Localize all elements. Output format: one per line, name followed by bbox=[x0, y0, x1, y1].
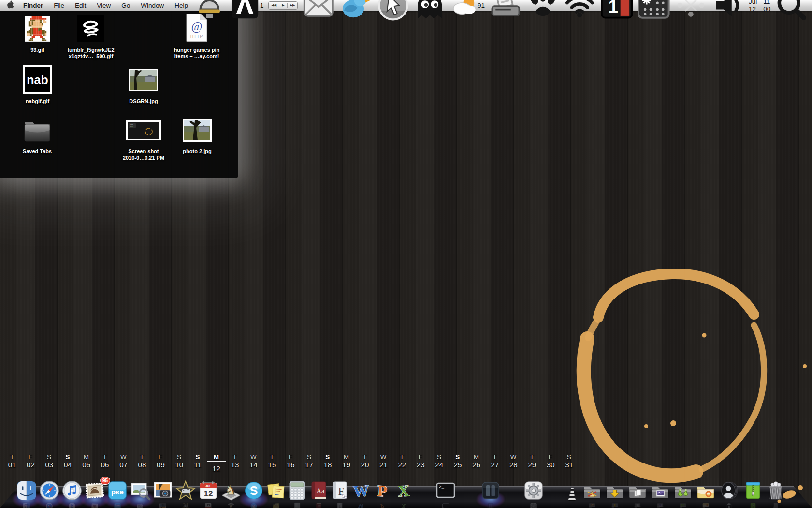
playback-controls[interactable]: ◀◀▶▶▶ bbox=[268, 1, 298, 10]
weekday-letter: W bbox=[374, 453, 393, 461]
wifi-icon[interactable] bbox=[564, 0, 596, 11]
playback-icon[interactable]: ◀◀▶▶▶ bbox=[268, 0, 298, 11]
scanner-icon[interactable] bbox=[490, 0, 522, 11]
mail-unread-icon[interactable] bbox=[303, 0, 335, 11]
desktop-icon-tumblr-gif[interactable] bbox=[77, 15, 104, 42]
weekday-letter: M bbox=[337, 453, 356, 461]
dock-item-potions-folder[interactable] bbox=[672, 480, 695, 501]
dock-item-pictures-stack[interactable] bbox=[650, 480, 672, 501]
menu-edit[interactable]: Edit bbox=[70, 2, 91, 9]
itunes-reflection bbox=[61, 502, 83, 508]
day-number: 01 bbox=[2, 461, 22, 469]
svg-text:nab: nab bbox=[27, 73, 48, 87]
scanner-glyph bbox=[490, 0, 522, 18]
desktop-icon-dsgrn[interactable] bbox=[129, 69, 158, 91]
svg-text:1: 1 bbox=[608, 0, 618, 16]
play-icon[interactable]: ▶ bbox=[279, 3, 287, 8]
dock-item-terminal[interactable]: >_>_ bbox=[435, 480, 457, 501]
svg-text:S: S bbox=[252, 504, 255, 508]
dock-item-dictionary[interactable]: AaAa bbox=[308, 480, 330, 501]
status-icon-area: 1◀◀▶▶▶911Jul 1211 00 bbox=[193, 0, 812, 11]
menu-help[interactable]: Help bbox=[169, 2, 193, 9]
dock-item-archive-app[interactable] bbox=[742, 480, 765, 501]
safari-icon bbox=[39, 480, 60, 501]
spotlight-icon[interactable] bbox=[775, 0, 808, 11]
photo-2-thumbnail bbox=[183, 119, 212, 142]
prev-icon[interactable]: ◀◀ bbox=[269, 3, 279, 8]
dock-item-skype[interactable]: SS bbox=[243, 480, 265, 501]
archive-app-reflection bbox=[742, 502, 764, 508]
clock-icon[interactable]: Jul 1211 00 bbox=[749, 0, 770, 11]
word-reflection: W bbox=[350, 502, 372, 508]
ghost-icon[interactable] bbox=[414, 0, 446, 11]
grid-pad-icon[interactable] bbox=[638, 0, 670, 11]
next-icon[interactable]: ▶▶ bbox=[288, 3, 298, 8]
dock-item-stickies[interactable] bbox=[265, 480, 288, 501]
day-number: 09 bbox=[151, 461, 170, 469]
dock-item-columns-app[interactable] bbox=[480, 480, 502, 501]
terminal-icon: >_ bbox=[435, 480, 456, 501]
app-menu[interactable]: Finder bbox=[18, 2, 48, 9]
desktop-icon-nabgif[interactable]: nab bbox=[23, 65, 52, 94]
desktop-icon-93-gif[interactable] bbox=[25, 16, 50, 42]
desktop-icon-screenshot[interactable] bbox=[126, 120, 161, 140]
dock-item-preview[interactable] bbox=[130, 480, 152, 501]
menu-view[interactable]: View bbox=[91, 2, 116, 9]
day-number: 26 bbox=[467, 461, 486, 469]
pictures-stack-reflection bbox=[650, 502, 671, 508]
weekday-letter: T bbox=[355, 453, 375, 461]
grid-pad-glyph bbox=[638, 0, 670, 19]
desktop-icon-photo-2[interactable] bbox=[183, 119, 212, 142]
weekday-letter: S bbox=[58, 453, 77, 461]
desktop-icon-saved-tabs[interactable] bbox=[22, 118, 52, 143]
apple-menu[interactable] bbox=[0, 0, 18, 10]
space-number-icon[interactable]: 1 bbox=[601, 0, 633, 11]
dock-item-applications-stack[interactable] bbox=[581, 480, 604, 501]
calendar-day-19: M19 bbox=[337, 453, 356, 469]
weekday-letter: F bbox=[281, 453, 300, 461]
dock-separator[interactable] bbox=[568, 480, 579, 504]
weather-icon[interactable]: 91 bbox=[451, 0, 485, 11]
calendar-day-16: F16 bbox=[281, 453, 300, 469]
apple-logo-icon bbox=[7, 0, 14, 10]
adobe-icon[interactable]: 1 bbox=[231, 0, 264, 11]
iphoto-reflection bbox=[152, 502, 174, 508]
dock-item-word[interactable]: WW bbox=[350, 480, 373, 501]
dock-item-downloads-stack[interactable] bbox=[604, 480, 626, 501]
dock-item-imovie[interactable] bbox=[175, 480, 197, 501]
pointer-locator-icon[interactable] bbox=[377, 0, 409, 11]
dock-item-system-preferences[interactable] bbox=[523, 480, 545, 501]
dock-item-office-folder[interactable] bbox=[695, 480, 717, 501]
dock-item-trash[interactable] bbox=[765, 480, 787, 501]
dock-item-contacts[interactable] bbox=[719, 480, 741, 501]
day-number: 21 bbox=[374, 461, 393, 469]
trash-icon bbox=[765, 480, 786, 501]
menu-go[interactable]: Go bbox=[116, 2, 135, 9]
svg-text:P: P bbox=[377, 482, 388, 500]
dock-item-powerpoint[interactable]: PP bbox=[372, 480, 394, 501]
sync-dots-icon[interactable] bbox=[675, 0, 707, 11]
menubar-time: 11 00 bbox=[763, 0, 770, 13]
dock-item-documents-stack[interactable] bbox=[627, 480, 649, 501]
weekday-letter: T bbox=[485, 453, 505, 461]
volume-icon[interactable] bbox=[712, 0, 744, 11]
day-number: 31 bbox=[560, 461, 579, 469]
menu-file[interactable]: File bbox=[48, 2, 70, 9]
pointer-locator-glyph bbox=[377, 0, 409, 21]
twitter-bird-icon[interactable] bbox=[340, 0, 372, 11]
day-number: 19 bbox=[337, 461, 356, 469]
lamp-icon[interactable] bbox=[193, 0, 226, 11]
dock-item-ical[interactable]: JUL12JUL12 bbox=[198, 480, 220, 501]
dock-item-iphoto[interactable] bbox=[152, 480, 174, 501]
dock-item-excel[interactable]: XX bbox=[393, 480, 415, 501]
dock-item-font-book[interactable]: FF bbox=[329, 480, 351, 501]
paw-icon[interactable] bbox=[527, 0, 559, 11]
calendar-day-07: W07 bbox=[114, 453, 133, 469]
calendar-day-06: T06 bbox=[95, 453, 115, 469]
dock-item-calculator[interactable] bbox=[287, 480, 309, 501]
day-number: 08 bbox=[132, 461, 152, 469]
wifi-glyph bbox=[564, 0, 596, 19]
calendar-day-15: T15 bbox=[262, 453, 282, 469]
calendar-day-30: F30 bbox=[541, 453, 560, 469]
menu-window[interactable]: Window bbox=[135, 2, 169, 9]
